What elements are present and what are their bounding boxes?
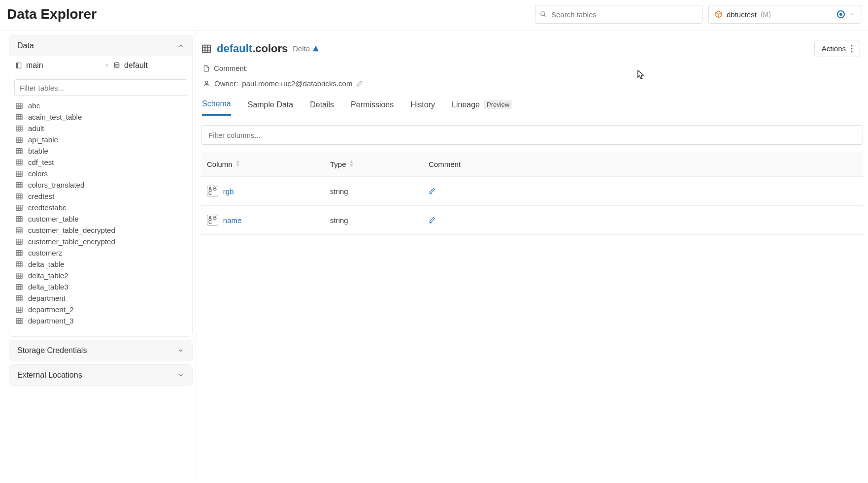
panel-external-header[interactable]: External Locations (9, 365, 192, 386)
table-icon (15, 170, 23, 178)
svg-rect-65 (16, 239, 22, 244)
tab-sample-data[interactable]: Sample Data (248, 99, 294, 116)
target-icon (837, 10, 845, 18)
sidebar-table-item[interactable]: department (11, 292, 192, 304)
sidebar-table-item[interactable]: delta_table2 (11, 270, 192, 281)
tab-lineage[interactable]: Lineage Preview (452, 99, 512, 116)
svg-rect-105 (202, 45, 211, 52)
user-icon (203, 80, 210, 87)
sidebar-table-item[interactable]: delta_table (11, 258, 192, 270)
tab-permissions[interactable]: Permissions (351, 99, 394, 116)
table-icon (15, 136, 23, 144)
table-icon (15, 306, 23, 314)
panel-storage-header[interactable]: Storage Credentials (9, 340, 192, 361)
table-icon (15, 226, 23, 234)
sidebar-table-item[interactable]: customer_table_encrypted (11, 236, 192, 247)
string-type-icon: A BC (207, 186, 218, 196)
filter-columns-input[interactable] (201, 125, 863, 145)
context-selector[interactable]: dbtuctest (M) (708, 5, 861, 24)
column-type: string (324, 177, 423, 206)
catalog-name[interactable]: main (26, 61, 43, 70)
panel-data-header[interactable]: Data (9, 35, 192, 56)
sidebar-table-item[interactable]: department_3 (11, 315, 192, 326)
top-bar: Data Explorer dbtuctest (M) (0, 0, 868, 31)
table-icon (15, 113, 23, 121)
sidebar-table-item[interactable]: department_2 (11, 304, 192, 315)
sidebar-table-item[interactable]: acain_test_table (11, 111, 192, 123)
table-icon (15, 294, 23, 302)
table-item-label: colors (28, 169, 48, 178)
sidebar: Data main default (0, 31, 196, 482)
sidebar-table-item[interactable]: customer_table_decrypted (11, 225, 192, 236)
string-type-icon: A BC (207, 215, 218, 225)
column-name[interactable]: name (223, 216, 242, 225)
svg-rect-20 (16, 137, 22, 142)
svg-rect-100 (16, 318, 22, 323)
svg-rect-45 (16, 193, 22, 199)
table-item-label: api_table (28, 135, 58, 144)
table-list[interactable]: abcacain_test_tableadultapi_tablebtablec… (9, 100, 192, 336)
table-item-label: adult (28, 124, 44, 132)
svg-rect-40 (16, 182, 22, 188)
panel-external-locations: External Locations (9, 364, 193, 386)
sidebar-table-item[interactable]: credtestabc (11, 202, 192, 213)
table-icon (15, 260, 23, 268)
search-tables-wrap (535, 5, 702, 24)
chevron-up-icon (177, 42, 184, 49)
edit-comment-icon[interactable] (429, 217, 857, 224)
svg-point-4 (114, 63, 119, 64)
tab-lineage-label: Lineage (452, 100, 480, 109)
svg-rect-30 (16, 160, 22, 165)
sidebar-table-item[interactable]: adult (11, 123, 192, 134)
chevron-right-icon (104, 63, 109, 68)
table-item-label: delta_table (28, 260, 64, 268)
sidebar-table-item[interactable]: colors (11, 168, 192, 179)
actions-button[interactable]: Actions (814, 40, 860, 57)
table-icon (15, 147, 23, 155)
chevron-down-icon (177, 372, 184, 379)
cube-icon (715, 10, 723, 18)
svg-rect-90 (16, 295, 22, 301)
panel-data: Data main default (9, 35, 193, 337)
sidebar-table-item[interactable]: customerz (11, 247, 192, 258)
svg-rect-80 (16, 273, 22, 278)
title-schema[interactable]: default (217, 42, 252, 55)
edit-comment-icon[interactable] (429, 188, 857, 194)
sidebar-table-item[interactable]: api_table (11, 134, 192, 145)
th-type[interactable]: Type▲▼ (324, 152, 423, 177)
th-comment[interactable]: Comment (423, 152, 863, 177)
table-item-label: credtestabc (28, 203, 67, 212)
tab-history[interactable]: History (410, 99, 435, 116)
owner-value: paul.roome+uc2@databricks.com (242, 79, 352, 88)
more-vertical-icon (851, 45, 853, 53)
table-item-label: department_3 (28, 317, 74, 325)
schema-name[interactable]: default (124, 61, 148, 70)
tab-details[interactable]: Details (310, 99, 334, 116)
table-item-label: customer_table (28, 215, 79, 223)
sidebar-table-item[interactable]: colors_translated (11, 179, 192, 191)
table-item-label: acain_test_table (28, 113, 82, 121)
table-item-label: colors_translated (28, 181, 84, 189)
svg-rect-25 (16, 148, 22, 154)
edit-owner-icon[interactable] (356, 80, 363, 87)
sidebar-table-item[interactable]: credtest (11, 191, 192, 202)
column-name[interactable]: rgb (223, 187, 234, 195)
th-column[interactable]: Column▲▼ (201, 152, 324, 177)
sidebar-table-item[interactable]: cdf_test (11, 157, 192, 168)
svg-rect-10 (16, 114, 22, 120)
table-icon (15, 283, 23, 291)
book-icon (15, 62, 22, 69)
search-input[interactable] (535, 5, 702, 24)
sidebar-table-item[interactable]: abc (11, 100, 192, 111)
tab-schema[interactable]: Schema (202, 99, 231, 116)
sidebar-table-item[interactable]: customer_table (11, 213, 192, 225)
file-icon (203, 64, 210, 72)
filter-tables-input[interactable] (14, 79, 187, 96)
panel-external-title: External Locations (17, 371, 82, 380)
panel-data-title: Data (17, 41, 34, 50)
sidebar-table-item[interactable]: delta_table3 (11, 281, 192, 292)
table-item-label: department (28, 294, 66, 302)
column-type: string (324, 206, 423, 235)
sidebar-table-item[interactable]: btable (11, 145, 192, 157)
svg-rect-50 (16, 205, 22, 210)
